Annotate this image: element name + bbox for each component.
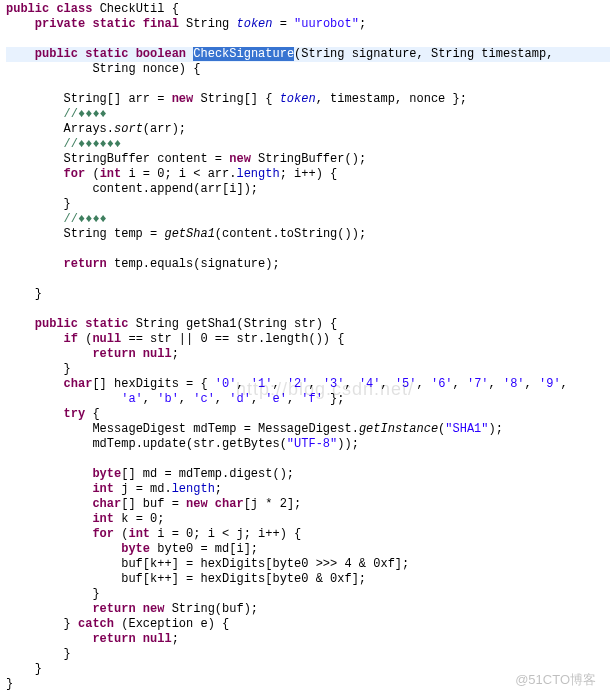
code-line: //♦♦♦♦ — [6, 212, 107, 226]
code-line: for (int i = 0; i < arr.length; i++) { — [6, 167, 337, 181]
code-line: buf[k++] = hexDigits[byte0 >>> 4 & 0xf]; — [6, 557, 409, 571]
code-line: mdTemp.update(str.getBytes("UTF-8")); — [6, 437, 359, 451]
code-line: String[] arr = new String[] { token, tim… — [6, 92, 467, 106]
code-line: } — [6, 677, 13, 691]
highlighted-line: public static boolean CheckSignature(Str… — [6, 47, 610, 62]
code-line: char[] buf = new char[j * 2]; — [6, 497, 301, 511]
code-line: } — [6, 197, 71, 211]
code-line: int j = md.length; — [6, 482, 222, 496]
code-line: return null; — [6, 347, 179, 361]
code-line: content.append(arr[i]); — [6, 182, 258, 196]
code-line: } — [6, 662, 42, 676]
code-line: return new String(buf); — [6, 602, 258, 616]
code-line: } catch (Exception e) { — [6, 617, 229, 631]
code-line: byte[] md = mdTemp.digest(); — [6, 467, 294, 481]
code-line: public static String getSha1(String str)… — [6, 317, 337, 331]
code-line: } — [6, 587, 100, 601]
code-line: StringBuffer content = new StringBuffer(… — [6, 152, 366, 166]
code-line: String nonce) { — [6, 62, 200, 76]
code-line: for (int i = 0; i < j; i++) { — [6, 527, 301, 541]
code-line: try { — [6, 407, 100, 421]
code-line: int k = 0; — [6, 512, 164, 526]
code-line: byte byte0 = md[i]; — [6, 542, 258, 556]
code-block: public class CheckUtil { private static … — [0, 0, 610, 692]
code-line: return null; — [6, 632, 179, 646]
code-line: } — [6, 362, 71, 376]
code-line: return temp.equals(signature); — [6, 257, 280, 271]
code-line: private static final String token = "uur… — [6, 17, 366, 31]
code-line: //♦♦♦♦ — [6, 107, 107, 121]
code-line: //♦♦♦♦♦♦ — [6, 137, 121, 151]
code-line: if (null == str || 0 == str.length()) { — [6, 332, 344, 346]
code-line: String temp = getSha1(content.toString()… — [6, 227, 366, 241]
code-line: } — [6, 647, 71, 661]
watermark-csdn: http://blog.csdn.net/ — [236, 382, 414, 397]
code-line: buf[k++] = hexDigits[byte0 & 0xf]; — [6, 572, 366, 586]
code-line: Arrays.sort(arr); — [6, 122, 186, 136]
code-line: MessageDigest mdTemp = MessageDigest.get… — [6, 422, 503, 436]
code-line: public class CheckUtil { — [6, 2, 179, 16]
watermark-51cto: @51CTO博客 — [515, 672, 596, 687]
code-line: } — [6, 287, 42, 301]
selected-text: CheckSignature — [193, 47, 294, 61]
